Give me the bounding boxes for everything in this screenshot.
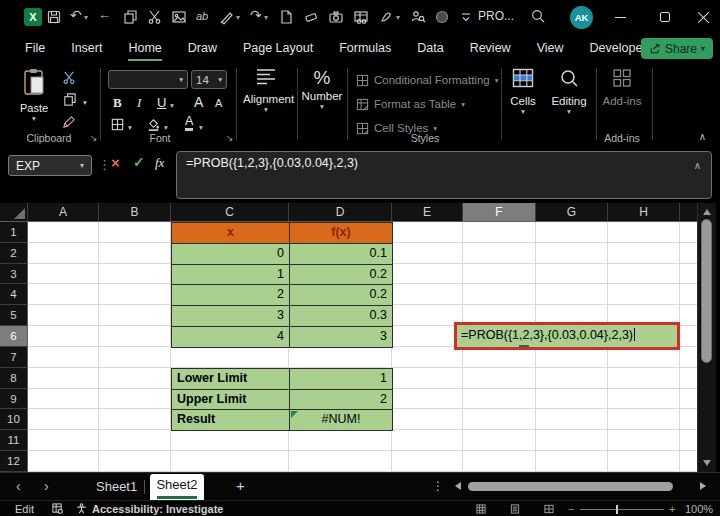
clipboard-dialog-launcher-icon[interactable]: ↘	[90, 133, 98, 143]
save-icon[interactable]	[46, 9, 62, 25]
column-header-d[interactable]: D	[289, 203, 392, 221]
horizontal-scrollbar-thumb[interactable]	[468, 482, 673, 491]
cells-area[interactable]: x f(x) 0 0.1 1 0.2 2 0.2 3 0.3 4 3 Lower…	[28, 222, 697, 472]
tab-page-layout[interactable]: Page Layout	[230, 35, 326, 61]
zoom-slider-thumb[interactable]	[616, 505, 618, 514]
table-cell[interactable]: 0.3	[290, 306, 393, 327]
editing-button[interactable]: Editing ▾	[547, 68, 591, 116]
vertical-scrollbar[interactable]	[697, 203, 716, 472]
copy-button[interactable]	[62, 92, 80, 110]
share-button[interactable]: Share ▾	[641, 38, 713, 59]
cut-icon[interactable]	[147, 9, 163, 25]
row-header-6[interactable]: 6	[0, 326, 27, 347]
scroll-up-icon[interactable]	[703, 209, 711, 215]
page-break-view-icon[interactable]	[544, 504, 554, 516]
row-header-10[interactable]: 10	[0, 409, 27, 430]
back-icon[interactable]: ←	[98, 7, 114, 23]
table-cell[interactable]: 3	[172, 306, 290, 327]
borders-chevron-icon[interactable]: ▾	[128, 123, 132, 132]
column-header-h[interactable]: H	[608, 203, 680, 221]
tab-view[interactable]: View	[524, 35, 577, 61]
normal-view-icon[interactable]	[476, 504, 486, 516]
fill-color-chevron-icon[interactable]: ▾	[164, 123, 168, 132]
page-layout-view-icon[interactable]	[510, 504, 520, 516]
column-header-f[interactable]: F	[463, 203, 536, 221]
table-cell[interactable]: 4	[172, 327, 290, 348]
hscroll-left-icon[interactable]	[455, 482, 461, 490]
table-cell[interactable]: Upper Limit	[172, 390, 290, 411]
select-all-corner[interactable]	[0, 203, 28, 221]
close-button[interactable]	[698, 11, 710, 23]
record-macro-icon[interactable]	[434, 9, 450, 25]
alignment-button[interactable]: Alignment ▾	[243, 68, 289, 114]
font-color-button[interactable]: A	[185, 115, 193, 131]
table-header-cell[interactable]: f(x)	[290, 223, 393, 244]
cells-button[interactable]: Cells ▾	[502, 68, 544, 116]
add-ins-button[interactable]: Add-ins	[600, 68, 644, 107]
sheet-tab-sheet2[interactable]: Sheet2	[150, 474, 204, 501]
name-box[interactable]: EXP ▾	[8, 155, 92, 176]
column-header-g[interactable]: G	[536, 203, 608, 221]
cancel-icon[interactable]: ×	[111, 154, 120, 171]
next-sheet-icon[interactable]: ›	[44, 478, 49, 494]
row-header-5[interactable]: 5	[0, 305, 27, 326]
sheet-options-icon[interactable]: ⋮	[432, 479, 444, 493]
new-file-icon[interactable]	[278, 9, 294, 25]
cut-button[interactable]	[62, 70, 80, 88]
people-search-icon[interactable]	[410, 9, 426, 25]
table-cell[interactable]: 1	[290, 369, 393, 390]
replace-icon[interactable]: ab	[196, 10, 212, 26]
grow-font-button[interactable]: A	[194, 94, 203, 110]
bold-button[interactable]: B	[113, 95, 122, 111]
zoom-in-icon[interactable]: +	[669, 503, 675, 515]
paste-button[interactable]: Paste ▾	[12, 68, 56, 132]
formula-input[interactable]: =PROB({1,2,3},{0.03,0.04},2,3) ∧	[176, 151, 712, 199]
eraser-icon[interactable]	[303, 9, 319, 25]
undo-chevron-icon[interactable]: ▾	[84, 13, 88, 22]
ink-pen-icon[interactable]	[219, 9, 235, 25]
row-header-4[interactable]: 4	[0, 284, 27, 305]
shrink-font-button[interactable]: A	[215, 97, 222, 109]
row-header-8[interactable]: 8	[0, 368, 27, 389]
font-size-select[interactable]: 14▾	[191, 70, 227, 89]
row-header-12[interactable]: 12	[0, 451, 27, 472]
table-cell[interactable]: 0.2	[290, 265, 393, 286]
italic-button[interactable]: I	[137, 95, 141, 111]
ink-pen-chevron-icon[interactable]: ▾	[236, 13, 240, 22]
column-header-e[interactable]: E	[392, 203, 463, 221]
active-cell-highlight[interactable]: =PROB({1,2,3},{0.03,0.04},2,3)	[454, 322, 680, 350]
vertical-scrollbar-thumb[interactable]	[701, 219, 712, 363]
hscroll-right-icon[interactable]	[700, 482, 706, 490]
row-header-2[interactable]: 2	[0, 243, 27, 264]
font-color-chevron-icon[interactable]: ▾	[199, 123, 203, 132]
zoom-out-icon[interactable]: −	[568, 503, 574, 515]
table-cell[interactable]: 2	[290, 390, 393, 411]
account-avatar[interactable]: AK	[570, 6, 593, 29]
table-cell[interactable]: 0.2	[290, 285, 393, 306]
row-header-1[interactable]: 1	[0, 222, 27, 243]
minimize-button[interactable]	[615, 17, 626, 18]
tab-file[interactable]: File	[12, 35, 58, 61]
add-sheet-button[interactable]: +	[236, 477, 245, 494]
number-button[interactable]: % Number ▾	[299, 68, 345, 111]
formula-bar-expand-icon[interactable]: ∧	[694, 160, 701, 171]
table-cell[interactable]: 0.1	[290, 244, 393, 265]
ribbon-collapse-icon[interactable]: ∧	[699, 131, 706, 142]
column-header-b[interactable]: B	[99, 203, 171, 221]
accessibility-status[interactable]: Accessibility: Investigate	[92, 503, 223, 515]
camera-icon[interactable]	[328, 9, 344, 25]
row-header-9[interactable]: 9	[0, 389, 27, 410]
error-result-cell[interactable]: #NUM!	[290, 410, 393, 431]
row-header-7[interactable]: 7	[0, 347, 27, 368]
prev-sheet-icon[interactable]: ‹	[16, 478, 21, 494]
search-icon[interactable]	[530, 8, 546, 24]
table-cell[interactable]: 0	[172, 244, 290, 265]
row-header-3[interactable]: 3	[0, 264, 27, 285]
scroll-down-icon[interactable]	[703, 460, 711, 466]
table-cell[interactable]: 3	[290, 327, 393, 348]
underline-button[interactable]: U	[157, 95, 166, 110]
table-cell[interactable]: Result	[172, 410, 290, 431]
macro-record-icon[interactable]	[52, 503, 63, 516]
zoom-level[interactable]: 100%	[685, 503, 713, 515]
zoom-slider[interactable]	[580, 509, 664, 510]
